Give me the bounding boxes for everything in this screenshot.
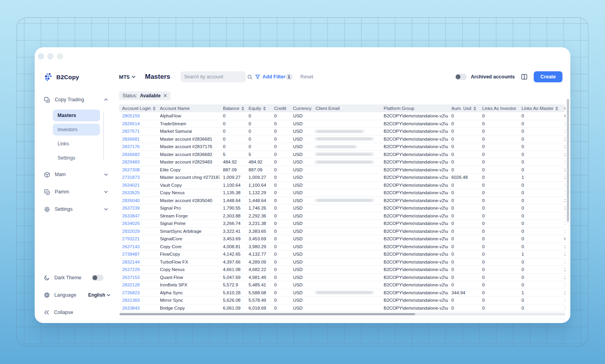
column-header[interactable]: Links As Master <box>518 106 561 111</box>
account-login-link[interactable]: 2827571 <box>122 129 140 134</box>
table-row[interactable]: 2637229Copy Nexus4,661.084,682.220USDB2C… <box>119 266 565 274</box>
account-login-link[interactable]: 2634025 <box>122 221 140 226</box>
sidebar-item-copy-trading[interactable]: Copy Trading <box>44 95 114 105</box>
account-login-link[interactable]: 2836681 <box>122 137 140 141</box>
account-login-link[interactable]: 2735823 <box>122 290 140 295</box>
platform-value: MT5 <box>119 74 130 80</box>
sort-icon[interactable] <box>263 106 266 111</box>
sort-icon[interactable] <box>153 106 156 111</box>
topbar: MT5 Masters Add Filter 1 Rese <box>119 70 570 84</box>
sidebar-item-investors[interactable]: Investors <box>53 124 100 136</box>
table-row[interactable]: 2637239Signal Pro1,790.551,746.260USDB2C… <box>119 204 565 212</box>
table-row[interactable]: 2633525Copy Nexus1,135.381,132.290USDB2C… <box>119 189 565 197</box>
account-login-link[interactable]: 2637153 <box>122 275 140 280</box>
search-icon[interactable] <box>247 74 252 80</box>
columns-icon[interactable] <box>521 74 527 80</box>
vertical-scrollbar-thumb[interactable] <box>567 99 569 222</box>
sidebar-item-settings[interactable]: Settings <box>44 204 114 214</box>
archived-accounts-toggle[interactable] <box>455 74 467 80</box>
aum-usd-cell: 0 <box>448 198 479 203</box>
globe-icon <box>44 292 50 298</box>
table-row[interactable]: 2829483Master account #2829483484.92484.… <box>119 158 565 166</box>
table-row[interactable]: 2836682Master account #2836682550USDB2CO… <box>119 151 565 159</box>
sidebar-item-masters[interactable]: Masters <box>53 110 100 121</box>
collapse-row[interactable]: Collapse <box>44 307 114 318</box>
table-row[interactable]: 2731873Master account chng #27318731,009… <box>119 174 565 182</box>
account-login-link[interactable]: 2831369 <box>122 298 140 303</box>
account-login-link[interactable]: 2832144 <box>122 260 140 264</box>
table-row[interactable]: 2634025Signal Prime3,266.743,231.380USDB… <box>119 220 565 228</box>
links-as-investor-cell: 0 <box>479 252 518 256</box>
created-cell: 18 <box>561 306 565 310</box>
table-row[interactable]: 2637153Quant Flow5,047.694,981.490USDB2C… <box>119 274 565 282</box>
account-login-link[interactable]: 2637308 <box>122 167 140 172</box>
account-login-link[interactable]: 2633525 <box>122 190 140 195</box>
account-login-link[interactable]: 2633843 <box>122 306 140 310</box>
column-header[interactable]: Links As Investor <box>479 106 518 111</box>
account-login-link[interactable]: 2835040 <box>122 198 140 203</box>
sidebar-item-pamm[interactable]: P Pamm <box>44 187 114 197</box>
balance-cell: 6,061.09 <box>220 306 245 310</box>
account-login-link[interactable]: 2731873 <box>122 175 140 180</box>
column-header[interactable]: Aum. Usd <box>448 106 479 111</box>
dark-theme-toggle[interactable] <box>92 275 104 281</box>
account-login-link[interactable]: 2637143 <box>122 244 140 249</box>
add-filter-button[interactable]: Add Filter <box>255 74 285 80</box>
table-row[interactable]: 2735823Alpha Sync5,610.285,588.680USDB2C… <box>119 289 565 297</box>
account-login-link[interactable]: 2836682 <box>122 152 140 157</box>
account-login-link[interactable]: 2793221 <box>122 236 140 241</box>
language-select[interactable]: English <box>88 292 110 298</box>
table-row[interactable]: 2738487FlowCopy4,142.654,132.770USDB2COP… <box>119 251 565 258</box>
account-login-link[interactable]: 2637239 <box>122 206 140 210</box>
links-as-master-cell: 0 <box>518 306 561 310</box>
horizontal-scrollbar-thumb[interactable] <box>120 313 415 315</box>
equity-cell: 3,383.65 <box>245 229 271 234</box>
table-row[interactable]: 2835040Master account #28350401,448.641,… <box>119 197 565 205</box>
status-filter-chip[interactable]: Status: Available <box>119 91 171 100</box>
account-login-link[interactable]: 2826514 <box>122 121 140 126</box>
account-login-link[interactable]: 2633847 <box>122 214 140 218</box>
created-cell: 19 <box>561 282 565 287</box>
table-row[interactable]: 2832144TurboFlow FX4,397.664,289.090USDB… <box>119 258 565 266</box>
sidebar-item-settings-sub[interactable]: Settings <box>53 152 100 164</box>
table-row[interactable]: 2633847Stream Forge2,303.882,292.360USDB… <box>119 212 565 220</box>
account-login-link[interactable]: 2832029 <box>122 229 140 234</box>
table-row[interactable]: 2805159AlphaFlow000USDB2COPY\demo\standa… <box>119 112 565 120</box>
sidebar-item-mam[interactable]: Mam <box>44 169 114 180</box>
account-login-link[interactable]: 2738487 <box>122 252 140 256</box>
currency-cell: USD <box>290 144 312 149</box>
search-input[interactable] <box>184 74 245 80</box>
horizontal-scrollbar[interactable] <box>119 313 565 316</box>
sort-icon[interactable] <box>555 106 558 111</box>
table-row[interactable]: 2633843Bridge Copy6,061.096,018.690USDB2… <box>119 305 565 312</box>
sidebar-item-links[interactable]: Links <box>53 138 100 150</box>
account-login-link[interactable]: 2805159 <box>122 113 140 118</box>
table-row[interactable]: 2637143Copy Core4,008.813,980.290USDB2CO… <box>119 243 565 251</box>
account-login-link[interactable]: 2837176 <box>122 144 140 149</box>
table-row[interactable]: 2634021Vault Copy1,100.641,100.640USDB2C… <box>119 182 565 189</box>
table-row[interactable]: 2793221SignalCore3,453.693,453.690USDB2C… <box>119 235 565 243</box>
reset-button[interactable]: Reset <box>301 74 314 80</box>
table-row[interactable]: 2836681Master account #2836681000USDB2CO… <box>119 136 565 143</box>
table-row[interactable]: 2637308Elite Copy887.09887.090USDB2COPY\… <box>119 166 565 174</box>
create-button[interactable]: Create <box>534 71 562 82</box>
column-header[interactable]: Equity <box>245 106 271 111</box>
sort-icon[interactable] <box>241 106 244 111</box>
table-row[interactable]: 2826514TradeStream000USDB2COPY\demo\stan… <box>119 120 565 128</box>
table-row[interactable]: 2832128IronBeta SPX5,572.95,485.410USDB2… <box>119 281 565 289</box>
vertical-scrollbar[interactable] <box>567 99 569 296</box>
column-header[interactable]: Balance <box>220 106 245 111</box>
account-login-link[interactable]: 2829483 <box>122 160 140 164</box>
table-row[interactable]: 2837176Master account #2837176000USDB2CO… <box>119 143 565 151</box>
account-login-link[interactable]: 2637229 <box>122 267 140 272</box>
account-login-link[interactable]: 2634021 <box>122 183 140 188</box>
account-login-link[interactable]: 2832128 <box>122 282 140 287</box>
table-row[interactable]: 2827571Market Samurai000USDB2COPY\demo\s… <box>119 128 565 136</box>
table-row[interactable]: 2832029SmartSync Arbitrage3,322.413,383.… <box>119 228 565 236</box>
sort-icon[interactable] <box>473 106 476 111</box>
table-row[interactable]: 2831369Mirror Sync5,626.085,578.490USDB2… <box>119 297 565 305</box>
column-header[interactable]: Account Login <box>119 106 157 111</box>
close-icon[interactable] <box>163 93 167 98</box>
platform-select[interactable]: MT5 <box>119 74 135 80</box>
platform-group-cell: B2COPY\demo\standalone-v2\usd <box>380 175 448 180</box>
